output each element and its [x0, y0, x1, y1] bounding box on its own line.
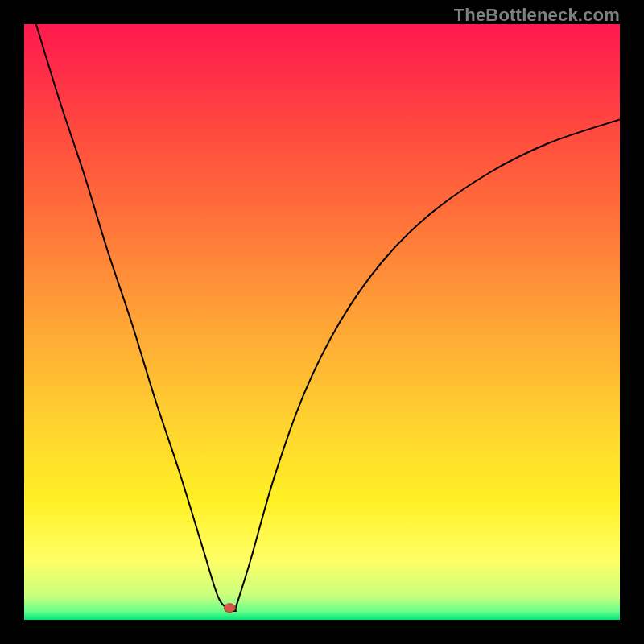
optimal-point-marker	[224, 604, 235, 613]
plot-area	[24, 24, 620, 620]
watermark-text: TheBottleneck.com	[454, 5, 620, 26]
gradient-background	[24, 24, 620, 620]
chart-frame: TheBottleneck.com	[0, 0, 644, 644]
chart-svg	[24, 24, 620, 620]
